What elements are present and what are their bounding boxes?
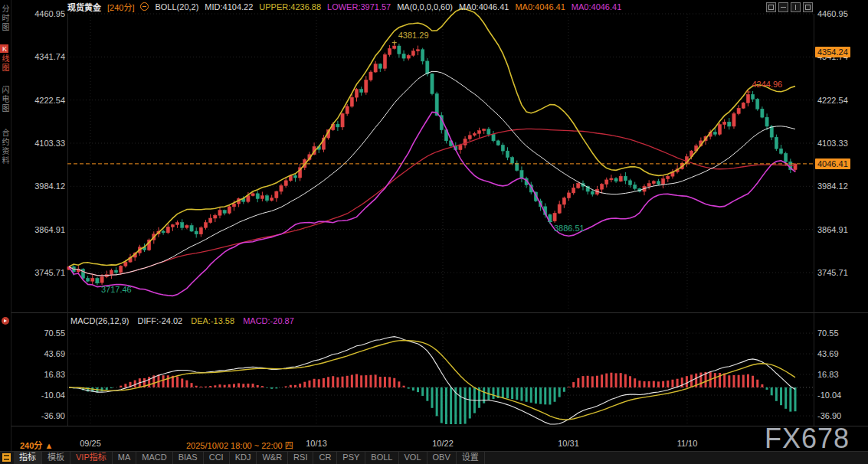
price-annotation: 3717.46 bbox=[101, 285, 132, 294]
sidebar-item-time-chart[interactable]: 分时图 bbox=[1, 5, 11, 32]
price-annotation: 4244.96 bbox=[752, 80, 782, 89]
trading-chart-app: 4381.294244.963886.513717.46 现货黄金 [240分]… bbox=[0, 0, 868, 464]
horizontal-split-icon[interactable] bbox=[778, 2, 788, 12]
ma0-value-1: MA0:4046.41 bbox=[459, 2, 509, 11]
sidebar-item-lightning-chart[interactable]: 闪电图 bbox=[1, 86, 11, 113]
layout-toolbar bbox=[766, 2, 813, 12]
toolbar-tab[interactable]: 指标 bbox=[14, 452, 42, 464]
kline-badge: K bbox=[0, 44, 8, 53]
boll-label: BOLL(20,2) bbox=[155, 2, 198, 11]
toolbar-tab[interactable]: VOL bbox=[399, 452, 427, 464]
toolbar-tab[interactable]: MA bbox=[113, 452, 137, 464]
toolbar-tab[interactable]: CR bbox=[313, 452, 337, 464]
boll-mid-value: MID:4104.22 bbox=[205, 2, 253, 11]
toolbar-tab-settings[interactable]: 设置 bbox=[457, 452, 485, 464]
toolbar-tab[interactable]: CCI bbox=[204, 452, 230, 464]
chart-type-sidebar: 分时图 K线图 闪电图 合约资料 bbox=[0, 0, 11, 464]
toolbar-tab[interactable]: VIP指标 bbox=[70, 452, 113, 464]
boll-lower-value: LOWER:3971.57 bbox=[327, 2, 391, 11]
candlestick-chart-canvas[interactable]: 4381.294244.963886.513717.46 bbox=[0, 0, 868, 464]
toolbar-tab[interactable]: 模板 bbox=[42, 452, 70, 464]
vertical-split-icon[interactable] bbox=[791, 2, 801, 12]
toolbar-tab[interactable]: KDJ bbox=[230, 452, 257, 464]
ma0-value-3: MA0:4046.41 bbox=[572, 2, 621, 11]
toolbar-tab[interactable]: BOLL bbox=[365, 452, 398, 464]
quad-layout-icon[interactable] bbox=[803, 2, 813, 12]
toolbar-tab[interactable]: PSY bbox=[337, 452, 365, 464]
chart-header: 现货黄金 [240分] BOLL(20,2) MID:4104.22 UPPER… bbox=[67, 0, 621, 13]
toolbar-tab[interactable]: MACD bbox=[136, 452, 172, 464]
toolbar-tab[interactable]: RSI bbox=[288, 452, 313, 464]
grid-layout-icon[interactable] bbox=[766, 2, 776, 12]
panel-toggle-icon[interactable] bbox=[2, 317, 9, 325]
collapse-indicator-icon[interactable] bbox=[140, 2, 149, 11]
toolbar-tab[interactable]: W&R bbox=[257, 452, 288, 464]
toolbar-tab[interactable]: BIAS bbox=[173, 452, 204, 464]
boll-upper-value: UPPER:4236.88 bbox=[259, 2, 321, 11]
toolbar-tab[interactable]: OBV bbox=[427, 452, 457, 464]
price-annotation: 4381.29 bbox=[398, 31, 429, 40]
ma0-value-2: MA0:4046.41 bbox=[515, 2, 565, 11]
period-tag[interactable]: [240分] bbox=[107, 1, 134, 13]
sidebar-item-kline-chart[interactable]: K线图 bbox=[1, 44, 11, 73]
price-annotation: 3886.51 bbox=[554, 224, 585, 233]
indicator-toolbar: 指标模板VIP指标MAMACDBIASCCIKDJW&RRSICRPSYBOLL… bbox=[0, 451, 868, 464]
sidebar-item-contract-info[interactable]: 合约资料 bbox=[1, 129, 11, 165]
indicator-panel-icon[interactable] bbox=[2, 453, 11, 462]
instrument-name: 现货黄金 bbox=[67, 1, 101, 13]
ma-label: MA(0,0,0,0,60) bbox=[397, 2, 453, 11]
